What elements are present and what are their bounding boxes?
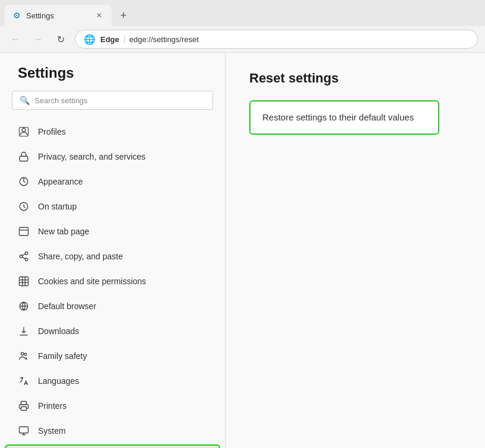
printers-icon <box>18 400 30 412</box>
search-placeholder: Search settings <box>34 96 88 105</box>
sidebar-item-default-browser[interactable]: Default browser <box>0 294 225 319</box>
search-bar[interactable]: 🔍 Search settings <box>12 91 213 110</box>
system-icon <box>18 425 30 437</box>
refresh-button[interactable]: ↻ <box>52 31 69 47</box>
appearance-icon <box>18 176 30 188</box>
sidebar-item-profiles[interactable]: Profiles <box>0 119 225 144</box>
edge-logo-icon: 🌐 <box>84 33 96 45</box>
svg-line-10 <box>22 257 25 259</box>
sidebar-item-label-downloads: Downloads <box>38 326 79 336</box>
restore-defaults-label: Restore settings to their default values <box>262 112 414 122</box>
svg-point-19 <box>21 352 24 355</box>
back-button[interactable]: ← <box>7 31 24 47</box>
settings-tab-icon: ⚙ <box>12 11 21 20</box>
cookies-icon <box>18 275 30 287</box>
content-title: Reset settings <box>249 71 461 86</box>
content-area: Reset settings Restore settings to their… <box>226 53 485 448</box>
privacy-icon <box>18 151 30 163</box>
nav-list: ProfilesPrivacy, search, and servicesApp… <box>0 119 225 448</box>
sidebar-item-downloads[interactable]: Downloads <box>0 319 225 344</box>
sidebar-item-label-cookies: Cookies and site permissions <box>38 277 146 286</box>
url-bar[interactable]: 🌐 Edge edge://settings/reset <box>75 30 478 49</box>
sidebar-item-label-share: Share, copy, and paste <box>38 252 123 261</box>
svg-rect-2 <box>20 156 28 161</box>
url-divider <box>124 35 125 43</box>
sidebar-item-label-on-startup: On startup <box>38 202 77 211</box>
sidebar-item-family-safety[interactable]: Family safety <box>0 344 225 368</box>
sidebar-item-label-privacy: Privacy, search, and services <box>38 152 145 161</box>
default-browser-icon <box>18 300 30 312</box>
forward-button[interactable]: → <box>30 31 46 47</box>
settings-tab[interactable]: ⚙ Settings ✕ <box>5 5 112 26</box>
sidebar-item-label-default-browser: Default browser <box>38 301 96 311</box>
svg-point-8 <box>20 255 23 258</box>
svg-rect-12 <box>20 277 28 286</box>
url-site: Edge <box>100 35 119 44</box>
sidebar-item-label-languages: Languages <box>38 376 79 386</box>
sidebar-item-languages[interactable]: Languages <box>0 368 225 393</box>
sidebar-item-appearance[interactable]: Appearance <box>0 169 225 194</box>
restore-defaults-button[interactable]: Restore settings to their default values <box>249 100 439 135</box>
sidebar-item-share[interactable]: Share, copy, and paste <box>0 244 225 269</box>
sidebar-item-label-appearance: Appearance <box>38 177 83 186</box>
svg-point-7 <box>25 252 28 255</box>
svg-rect-21 <box>21 402 27 405</box>
sidebar-item-label-family-safety: Family safety <box>38 351 87 361</box>
sidebar-item-system[interactable]: System <box>0 418 225 443</box>
sidebar-item-label-profiles: Profiles <box>38 127 66 136</box>
svg-line-11 <box>22 254 25 256</box>
sidebar: Settings 🔍 Search settings ProfilesPriva… <box>0 53 226 448</box>
downloads-icon <box>18 325 30 337</box>
sidebar-item-privacy[interactable]: Privacy, search, and services <box>0 144 225 169</box>
profiles-icon <box>18 126 30 138</box>
on-startup-icon <box>18 201 30 212</box>
tab-close-button[interactable]: ✕ <box>94 10 104 21</box>
new-tab-icon <box>18 225 30 237</box>
svg-point-0 <box>22 128 26 132</box>
sidebar-item-label-printers: Printers <box>38 401 66 411</box>
url-path: edge://settings/reset <box>129 35 199 44</box>
svg-point-9 <box>25 258 28 261</box>
languages-icon <box>18 375 30 387</box>
sidebar-item-printers[interactable]: Printers <box>0 393 225 418</box>
tab-bar: ⚙ Settings ✕ + <box>0 0 485 26</box>
sidebar-item-label-new-tab: New tab page <box>38 227 89 236</box>
svg-rect-5 <box>20 227 28 236</box>
sidebar-item-cookies[interactable]: Cookies and site permissions <box>0 269 225 294</box>
share-icon <box>18 250 30 262</box>
sidebar-item-new-tab[interactable]: New tab page <box>0 219 225 244</box>
svg-point-20 <box>24 353 27 355</box>
settings-tab-title: Settings <box>26 11 89 20</box>
sidebar-title: Settings <box>0 65 225 91</box>
sidebar-item-label-system: System <box>38 426 66 436</box>
sidebar-item-reset[interactable]: Reset settings <box>5 444 220 448</box>
svg-rect-22 <box>21 407 27 411</box>
family-safety-icon <box>18 350 30 362</box>
svg-rect-23 <box>20 427 28 433</box>
address-bar: ← → ↻ 🌐 Edge edge://settings/reset <box>0 26 485 53</box>
main-area: Settings 🔍 Search settings ProfilesPriva… <box>0 53 485 448</box>
sidebar-item-on-startup[interactable]: On startup <box>0 194 225 219</box>
search-icon: 🔍 <box>20 96 30 105</box>
new-tab-button[interactable]: + <box>114 6 133 25</box>
